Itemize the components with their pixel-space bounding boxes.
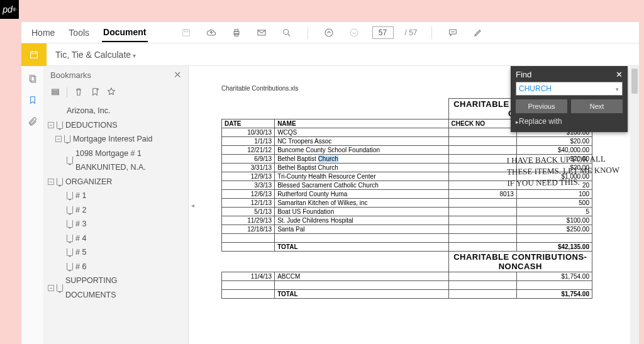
page-up-icon[interactable] <box>322 26 336 40</box>
mail-icon[interactable] <box>255 26 269 40</box>
bm-n5[interactable]: # 5 <box>48 245 184 260</box>
find-close-icon[interactable]: ✕ <box>616 70 623 79</box>
heading-noncash: CHARITABLE CONTRIBUTIONS-NONCASH <box>448 252 592 272</box>
total-label: TOTAL <box>275 243 448 252</box>
svg-rect-9 <box>31 52 38 58</box>
attachments-panel-icon[interactable] <box>26 115 39 128</box>
ribbon: Tic, Tie & Calculate <box>21 43 639 66</box>
bookmarks-title: Bookmarks <box>50 70 91 80</box>
bm-mortgage-sub[interactable]: 1098 Mortgage # 1 BANKUNITED, N.A. <box>48 147 184 175</box>
page-number-input[interactable]: 57 <box>372 26 394 39</box>
highlight-icon[interactable] <box>471 26 485 40</box>
search-icon[interactable] <box>280 26 294 40</box>
table-row: 1/1/13NC Troopers Assoc$20.00 <box>222 137 592 146</box>
bm-star-icon[interactable] <box>106 87 116 99</box>
app-logo: pd® <box>0 0 19 19</box>
vertical-scrollbar[interactable] <box>630 66 639 344</box>
menubar: Home Tools Document 57 / 57 <box>21 22 639 43</box>
svg-rect-14 <box>52 93 59 94</box>
bm-root[interactable]: Arizona, Inc. <box>48 104 184 118</box>
bm-options-icon[interactable] <box>50 87 60 99</box>
bookmarks-panel: Bookmarks ✕ Arizona, Inc. −DEDUCTIONS −M… <box>44 66 189 344</box>
replace-with-toggle[interactable]: Replace with <box>516 117 623 126</box>
page-down-icon[interactable] <box>347 26 361 40</box>
tic-tie-calculate-dropdown[interactable]: Tic, Tie & Calculate <box>47 50 145 60</box>
bookmarks-panel-icon[interactable] <box>26 94 39 106</box>
table-row: 11/29/13St. Jude Childrens Hospital$100.… <box>222 216 592 225</box>
table-row: 12/21/12Buncome County School Foundation… <box>222 146 592 155</box>
svg-rect-4 <box>235 33 238 36</box>
bm-n4[interactable]: # 4 <box>48 231 184 246</box>
page-total: / 57 <box>405 28 418 37</box>
svg-point-8 <box>350 29 358 36</box>
bookmarks-toolbar <box>44 84 188 101</box>
total-cash: $42,135.00 <box>516 243 592 252</box>
svg-rect-12 <box>52 89 59 91</box>
main-area: Bookmarks ✕ Arizona, Inc. −DEDUCTIONS −M… <box>21 66 639 344</box>
tab-home[interactable]: Home <box>30 24 56 42</box>
col-date: DATE <box>222 119 275 128</box>
bm-n3[interactable]: # 3 <box>48 217 184 231</box>
svg-rect-0 <box>182 29 189 36</box>
bm-organizer[interactable]: −ORGANIZER <box>48 175 184 189</box>
cloud-upload-icon[interactable] <box>204 26 218 40</box>
find-next-button[interactable]: Next <box>571 99 623 113</box>
svg-point-6 <box>283 29 288 34</box>
calendar-button[interactable] <box>21 43 47 66</box>
find-input[interactable] <box>516 82 623 96</box>
pages-panel-icon[interactable] <box>26 72 39 85</box>
svg-rect-11 <box>31 77 35 82</box>
table-row: 12/6/13Rutherford County Huma8013100 <box>222 190 592 199</box>
tab-tools[interactable]: Tools <box>67 24 91 42</box>
save-icon[interactable] <box>179 26 193 40</box>
handwritten-note: I have back up for all these items. Let … <box>507 153 627 189</box>
svg-rect-1 <box>184 29 187 31</box>
table-row: 12/1/13Samaritan Kitchen of Wilkes, inc5… <box>222 199 592 208</box>
bm-deductions[interactable]: −DEDUCTIONS <box>48 118 184 133</box>
total-noncash: $1,754.00 <box>516 290 592 299</box>
app-window: Home Tools Document 57 / 57 Tic, Tie & C… <box>21 21 639 344</box>
bm-n2[interactable]: # 2 <box>48 203 184 218</box>
bm-supporting[interactable]: −SUPPORTING DOCUMENTS <box>48 274 184 302</box>
bm-n6[interactable]: # 6 <box>48 260 184 274</box>
print-icon[interactable] <box>230 26 243 40</box>
side-rail <box>21 66 44 344</box>
find-panel: Find ✕ ▾ Previous Next Replace with <box>511 66 628 132</box>
col-name: NAME <box>275 119 448 128</box>
svg-point-7 <box>325 29 333 36</box>
col-check: CHECK NO <box>448 119 516 128</box>
close-bookmarks-icon[interactable]: ✕ <box>174 69 182 80</box>
tab-document[interactable]: Document <box>102 23 147 42</box>
find-prev-button[interactable]: Previous <box>516 99 567 113</box>
comment-icon[interactable] <box>446 26 460 40</box>
collapse-sidebar-handle[interactable]: ◂ <box>189 66 196 344</box>
bm-add-icon[interactable] <box>90 87 100 99</box>
table-row: 12/18/13Santa Pal$250.00 <box>222 225 592 234</box>
bm-delete-icon[interactable] <box>74 87 84 99</box>
table-row: 11/4/13ABCCM$1,754.00 <box>222 272 592 281</box>
table-row: 5/1/13Boat US Foundation5 <box>222 208 592 216</box>
bookmarks-tree: Arizona, Inc. −DEDUCTIONS −Mortgage Inte… <box>44 101 188 344</box>
bm-mortgage[interactable]: −Mortgage Interest Paid <box>48 132 184 147</box>
bm-n1[interactable]: # 1 <box>48 189 184 203</box>
find-title: Find <box>516 70 531 79</box>
svg-rect-13 <box>52 91 59 92</box>
svg-rect-3 <box>235 29 238 31</box>
document-viewport[interactable]: ↖▭ Charitable Contributions.xls CHARITAB… <box>196 66 639 344</box>
svg-rect-10 <box>30 75 34 81</box>
